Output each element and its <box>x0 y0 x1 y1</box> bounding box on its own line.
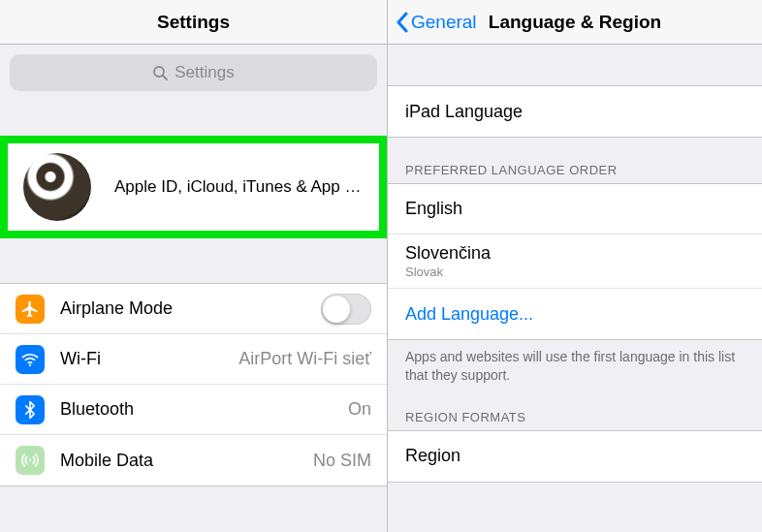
language-footer: Apps and websites will use the first lan… <box>388 340 762 385</box>
language-title: Slovenčina <box>405 243 745 264</box>
cell-value: AirPort Wi-Fi sieť <box>238 349 371 369</box>
add-language-cell[interactable]: Add Language... <box>388 289 762 339</box>
preferred-languages-group: EnglishSlovenčinaSlovakAdd Language... <box>388 183 762 340</box>
settings-items-group: Airplane ModeWi-FiAirPort Wi-Fi sieťBlue… <box>0 283 387 486</box>
search-input[interactable]: Settings <box>10 54 377 91</box>
cell-label: Airplane Mode <box>60 298 321 319</box>
airplane-mode-cell[interactable]: Airplane Mode <box>0 284 387 334</box>
header-settings: Settings <box>0 0 387 45</box>
region-formats-header: REGION FORMATS <box>388 385 762 430</box>
svg-point-3 <box>29 459 32 462</box>
language-sub: Slovak <box>405 265 745 280</box>
search-icon <box>152 65 168 80</box>
ipad-language-group: iPad Language <box>388 85 762 138</box>
cellular-icon <box>16 446 45 475</box>
bluetooth-icon <box>16 395 45 424</box>
cell-value: No SIM <box>313 451 371 471</box>
svg-line-1 <box>163 76 167 79</box>
wifi-cell[interactable]: Wi-FiAirPort Wi-Fi sieť <box>0 334 387 385</box>
cell-label: Bluetooth <box>60 399 348 420</box>
language-cell-1[interactable]: SlovenčinaSlovak <box>388 235 762 289</box>
apple-id-highlight: Apple ID, iCloud, iTunes & App St... <box>0 136 387 238</box>
add-language-label: Add Language... <box>405 304 745 325</box>
airplane-mode-switch[interactable] <box>321 294 371 325</box>
bluetooth-cell[interactable]: BluetoothOn <box>0 385 387 435</box>
detail-title: Language & Region <box>489 12 661 33</box>
cell-value: On <box>348 399 371 420</box>
ipad-language-cell[interactable]: iPad Language <box>388 86 762 137</box>
apple-id-subtitle: Apple ID, iCloud, iTunes & App St... <box>114 177 364 197</box>
chevron-left-icon <box>396 12 409 33</box>
airplane-icon <box>16 295 45 324</box>
settings-sidebar: Settings Settings Apple ID, iCloud, iTun… <box>0 0 388 532</box>
wifi-icon <box>16 345 45 374</box>
cell-label: Wi-Fi <box>60 349 238 369</box>
avatar <box>23 153 91 221</box>
settings-title: Settings <box>157 12 230 33</box>
detail-pane: General Language & Region iPad Language … <box>388 0 762 532</box>
region-cell[interactable]: Region <box>388 431 762 482</box>
back-button[interactable]: General <box>396 12 477 33</box>
language-title: English <box>405 199 745 219</box>
cell-label: Mobile Data <box>60 451 313 471</box>
preferred-language-order-header: PREFERRED LANGUAGE ORDER <box>388 138 762 183</box>
language-cell-0[interactable]: English <box>388 184 762 235</box>
region-formats-group: Region <box>388 430 762 483</box>
mobile-data-cell[interactable]: Mobile DataNo SIM <box>0 435 387 485</box>
header-language-region: General Language & Region <box>388 0 762 45</box>
svg-point-2 <box>29 363 31 365</box>
apple-id-cell[interactable]: Apple ID, iCloud, iTunes & App St... <box>8 143 379 231</box>
